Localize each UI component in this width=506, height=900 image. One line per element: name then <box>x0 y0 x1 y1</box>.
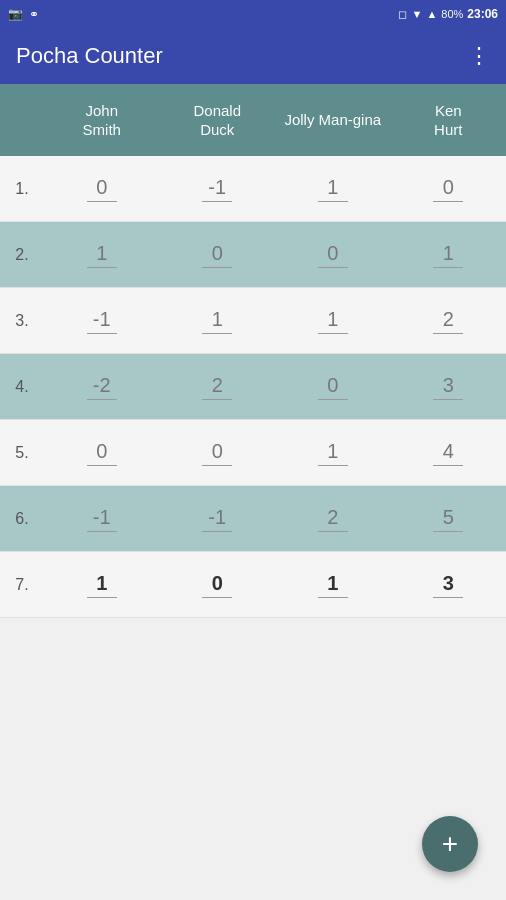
status-bar-right: ◻ ▼ ▲ 80% 23:06 <box>398 7 498 21</box>
cell-r3-c3[interactable]: 3 <box>391 374 507 400</box>
row-number-6: 7. <box>0 576 44 594</box>
cell-r1-c2[interactable]: 0 <box>275 242 391 268</box>
row-number-4: 5. <box>0 444 44 462</box>
row-number-3: 4. <box>0 378 44 396</box>
player-col-0: JohnSmith <box>44 93 160 148</box>
cell-value-r5-c1: -1 <box>202 506 232 532</box>
cell-value-r1-c3: 1 <box>433 242 463 268</box>
cell-value-r5-c3: 5 <box>433 506 463 532</box>
row-number-5: 6. <box>0 510 44 528</box>
cell-r3-c1[interactable]: 2 <box>160 374 276 400</box>
cell-value-r3-c3: 3 <box>433 374 463 400</box>
add-round-button[interactable]: + <box>422 816 478 872</box>
player-name-1: DonaldDuck <box>193 102 241 139</box>
cell-value-r0-c0: 0 <box>87 176 117 202</box>
row-number-1: 2. <box>0 246 44 264</box>
more-options-icon[interactable]: ⋮ <box>468 43 490 69</box>
cell-value-r2-c2: 1 <box>318 308 348 334</box>
cell-value-r1-c1: 0 <box>202 242 232 268</box>
cell-value-r4-c3: 4 <box>433 440 463 466</box>
table-row[interactable]: 4.-2203 <box>0 354 506 420</box>
cell-value-r0-c3: 0 <box>433 176 463 202</box>
player-name-0: JohnSmith <box>83 102 121 139</box>
cell-r1-c1[interactable]: 0 <box>160 242 276 268</box>
table-row[interactable]: 3.-1112 <box>0 288 506 354</box>
player-col-2: Jolly Man-gina <box>275 102 391 138</box>
table-row[interactable]: 7.1013 <box>0 552 506 618</box>
cell-r4-c2[interactable]: 1 <box>275 440 391 466</box>
cell-r0-c0[interactable]: 0 <box>44 176 160 202</box>
cell-r3-c0[interactable]: -2 <box>44 374 160 400</box>
cell-r2-c2[interactable]: 1 <box>275 308 391 334</box>
player-name-3: KenHurt <box>434 102 462 139</box>
cell-value-r5-c2: 2 <box>318 506 348 532</box>
cell-r4-c1[interactable]: 0 <box>160 440 276 466</box>
cell-r6-c0[interactable]: 1 <box>44 572 160 598</box>
row-number-0: 1. <box>0 180 44 198</box>
cell-r4-c3[interactable]: 4 <box>391 440 507 466</box>
cell-value-r4-c2: 1 <box>318 440 348 466</box>
sim-icon: 📷 <box>8 7 23 21</box>
cell-r3-c2[interactable]: 0 <box>275 374 391 400</box>
table-row[interactable]: 6.-1-125 <box>0 486 506 552</box>
cell-r2-c1[interactable]: 1 <box>160 308 276 334</box>
cell-value-r2-c0: -1 <box>87 308 117 334</box>
cell-r1-c0[interactable]: 1 <box>44 242 160 268</box>
cell-value-r3-c2: 0 <box>318 374 348 400</box>
app-title: Pocha Counter <box>16 43 163 69</box>
cell-value-r0-c2: 1 <box>318 176 348 202</box>
cell-value-r6-c1: 0 <box>202 572 232 598</box>
cell-value-r5-c0: -1 <box>87 506 117 532</box>
status-bar-left: 📷 ⚭ <box>8 7 39 21</box>
phone-icon: ◻ <box>398 8 407 21</box>
player-col-3: KenHurt <box>391 93 507 148</box>
cell-r0-c3[interactable]: 0 <box>391 176 507 202</box>
player-name-2: Jolly Man-gina <box>284 111 381 128</box>
app-bar: Pocha Counter ⋮ <box>0 28 506 84</box>
signal-icon: ▲ <box>426 8 437 20</box>
status-time: 23:06 <box>467 7 498 21</box>
cell-value-r2-c1: 1 <box>202 308 232 334</box>
cell-value-r1-c0: 1 <box>87 242 117 268</box>
column-headers: JohnSmith DonaldDuck Jolly Man-gina KenH… <box>0 84 506 156</box>
usb-icon: ⚭ <box>29 7 39 21</box>
cell-r0-c2[interactable]: 1 <box>275 176 391 202</box>
cell-value-r2-c3: 2 <box>433 308 463 334</box>
table-row[interactable]: 5.0014 <box>0 420 506 486</box>
cell-r0-c1[interactable]: -1 <box>160 176 276 202</box>
cell-r5-c0[interactable]: -1 <box>44 506 160 532</box>
cell-value-r0-c1: -1 <box>202 176 232 202</box>
row-number-2: 3. <box>0 312 44 330</box>
cell-r5-c3[interactable]: 5 <box>391 506 507 532</box>
battery-label: 80% <box>441 8 463 20</box>
cell-r2-c3[interactable]: 2 <box>391 308 507 334</box>
cell-r4-c0[interactable]: 0 <box>44 440 160 466</box>
cell-r6-c3[interactable]: 3 <box>391 572 507 598</box>
cell-r5-c1[interactable]: -1 <box>160 506 276 532</box>
cell-value-r3-c0: -2 <box>87 374 117 400</box>
cell-value-r4-c0: 0 <box>87 440 117 466</box>
table-row[interactable]: 1.0-110 <box>0 156 506 222</box>
cell-value-r6-c0: 1 <box>87 572 117 598</box>
cell-value-r3-c1: 2 <box>202 374 232 400</box>
cell-r2-c0[interactable]: -1 <box>44 308 160 334</box>
cell-value-r4-c1: 0 <box>202 440 232 466</box>
cell-value-r6-c2: 1 <box>318 572 348 598</box>
cell-value-r6-c3: 3 <box>433 572 463 598</box>
score-table: 1.0-1102.10013.-11124.-22035.00146.-1-12… <box>0 156 506 618</box>
plus-icon: + <box>442 830 458 858</box>
cell-value-r1-c2: 0 <box>318 242 348 268</box>
table-row[interactable]: 2.1001 <box>0 222 506 288</box>
status-bar: 📷 ⚭ ◻ ▼ ▲ 80% 23:06 <box>0 0 506 28</box>
cell-r5-c2[interactable]: 2 <box>275 506 391 532</box>
player-col-1: DonaldDuck <box>160 93 276 148</box>
cell-r6-c2[interactable]: 1 <box>275 572 391 598</box>
cell-r1-c3[interactable]: 1 <box>391 242 507 268</box>
wifi-icon: ▼ <box>411 8 422 20</box>
cell-r6-c1[interactable]: 0 <box>160 572 276 598</box>
